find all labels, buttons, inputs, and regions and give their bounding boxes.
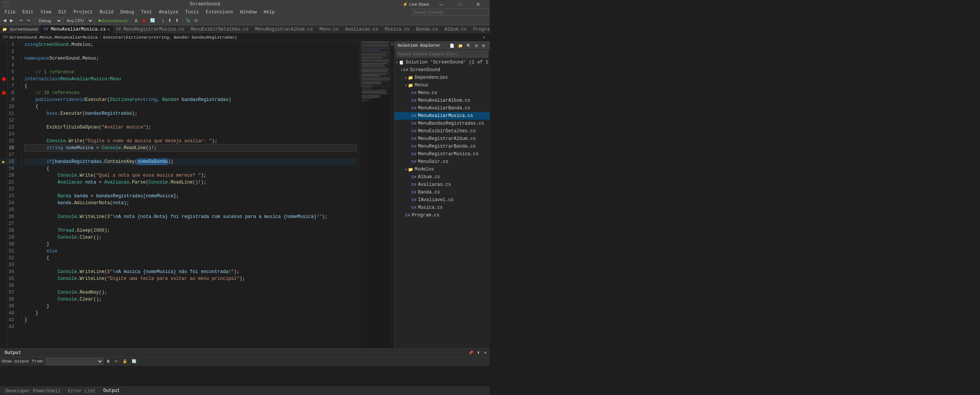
window-controls[interactable]: ⚡ Live Share — □ ✕ <box>400 0 487 8</box>
close-button[interactable]: ✕ <box>469 0 487 8</box>
tree-solution[interactable]: ▼ 📋 Solution 'ScreenSound' (1 of 1 proje… <box>395 59 490 66</box>
tree-musica-cs[interactable]: C# Musica.cs <box>395 204 490 211</box>
tree-menus-folder[interactable]: ▼ 📁 Menus <box>395 81 490 89</box>
output-lock-scroll[interactable]: 🔒 <box>121 358 129 365</box>
attach-button[interactable]: 📎 <box>184 17 192 24</box>
se-collapse-all[interactable]: ⊟ <box>473 42 479 49</box>
output-close[interactable]: ✕ <box>482 349 488 356</box>
menu-analyze[interactable]: Analyze <box>156 9 181 16</box>
se-search-input[interactable] <box>396 50 488 57</box>
ln-40: 40 <box>8 310 17 317</box>
tree-album-cs[interactable]: C# Album.cs <box>395 173 490 181</box>
tab-error-list[interactable]: Error List <box>64 387 99 395</box>
menu-window[interactable]: Window <box>237 9 260 16</box>
menu-test[interactable]: Test <box>138 9 155 16</box>
gutter-breakpoint-6[interactable] <box>0 76 7 83</box>
tree-menuexibirdetalhes[interactable]: C# MenuExibirDetalhes.cs <box>395 127 490 135</box>
menu-build[interactable]: Build <box>96 9 116 16</box>
debug-config-select[interactable]: Debug Release <box>35 17 62 24</box>
forward-button[interactable]: ▶ <box>8 17 15 24</box>
maximize-button[interactable]: □ <box>451 0 468 8</box>
se-filter[interactable]: 🔍 <box>465 42 473 49</box>
tree-menusair[interactable]: C# MenuSair.cs <box>395 158 490 166</box>
output-source-select[interactable] <box>46 358 103 365</box>
tab-menuregistrarmusica[interactable]: C# MenuRegistrarMusica.cs <box>113 25 188 33</box>
search-input[interactable] <box>412 9 488 16</box>
start-button[interactable]: ▶ ScreenSound <box>97 17 129 24</box>
tab-avaliacao[interactable]: Avaliacao.cs <box>342 25 382 33</box>
tab-output[interactable]: Output <box>99 387 124 395</box>
tab-menuexibirdetalhes[interactable]: MenuExibirDetalhes.cs <box>188 25 252 33</box>
tree-menuregistraralbum[interactable]: C# MenuRegistrarAlbum.cs <box>395 135 490 143</box>
back-button[interactable]: ◀ <box>2 17 8 24</box>
code-line-15: Console.Write("Digite o nome da musica q… <box>24 138 357 145</box>
menu-edit[interactable]: Edit <box>20 9 37 16</box>
tree-menuregistrarbanda[interactable]: C# MenuRegistrarBanda.cs <box>395 143 490 150</box>
output-refresh[interactable]: 🔄 <box>130 358 138 365</box>
tab-banda[interactable]: Banda.cs <box>413 25 442 33</box>
tree-banda-cs[interactable]: C# Banda.cs <box>395 189 490 196</box>
menuavaliaralbum-label: MenuAvaliarAlbum.cs <box>418 98 470 103</box>
code-line-39: } <box>24 303 357 310</box>
banda-label: Banda.cs <box>418 190 440 195</box>
breadcrumb-expand[interactable]: + <box>481 34 487 41</box>
menu-project[interactable]: Project <box>70 9 96 16</box>
tab-menuregistraralbum[interactable]: MenuRegistrarAlbum.cs <box>252 25 316 33</box>
menu-git[interactable]: Git <box>55 9 70 16</box>
tree-project[interactable]: ▼ C# ScreenSound <box>395 66 490 74</box>
code-editor[interactable]: using ScreenSound.Modelos; namespace Scr… <box>21 41 360 348</box>
gutter-breakpoint-8[interactable] <box>0 89 7 96</box>
step-over-button[interactable]: ⤵ <box>160 17 166 24</box>
restart-button[interactable]: 🔄 <box>148 17 157 24</box>
menu-view[interactable]: View <box>38 9 55 16</box>
tree-menuavaliarbanda[interactable]: C# MenuAvaliarBanda.cs <box>395 104 490 112</box>
step-into-button[interactable]: ⬇ <box>166 17 173 24</box>
se-settings[interactable]: ⚙ <box>480 42 487 49</box>
menu-tools[interactable]: Tools <box>182 9 202 16</box>
tree-menuavaliarmusica[interactable]: C# MenuAvaliarMusica.cs <box>395 112 490 120</box>
tree-avaliacao-cs[interactable]: C# Avaliacao.cs <box>395 181 490 189</box>
code-line-11: base.Executar(bandasRegistradas); <box>24 110 357 117</box>
output-pin[interactable]: 📌 <box>467 349 475 356</box>
breadcrumb-method[interactable]: Executar(Dictionary<string, Banda> banda… <box>103 35 237 40</box>
tab-album[interactable]: Album.cs <box>442 25 470 33</box>
vertical-scrollbar[interactable] <box>390 41 394 348</box>
live-share-button[interactable]: ⚡ Live Share <box>400 0 432 8</box>
minimize-button[interactable]: — <box>432 0 450 8</box>
redo-button[interactable]: ↪ <box>25 17 32 24</box>
output-clear[interactable]: 🗑 <box>105 358 112 365</box>
code-line-3: namespace ScreenSound.Menus; <box>24 55 357 62</box>
menu-file[interactable]: File <box>2 9 19 16</box>
tab-screenSound[interactable]: 📁 ScreenSound <box>0 25 41 33</box>
tab-menuavaliarmusica[interactable]: C# MenuAvaliarMusica.cs ✕ <box>41 25 113 33</box>
tree-menuregistrarmusica[interactable]: C# MenuRegistrarMusica.cs <box>395 150 490 158</box>
tree-menu-cs[interactable]: C# Menu.cs <box>395 89 490 97</box>
tab-musica[interactable]: Musica.cs <box>382 25 413 33</box>
tab-menu[interactable]: Menu.cs <box>316 25 342 33</box>
se-add-file[interactable]: 📄 <box>448 42 456 49</box>
breakpoints-button[interactable]: ⊙ <box>193 17 199 24</box>
tree-menuavaliaralbum[interactable]: C# MenuAvaliarAlbum.cs <box>395 97 490 104</box>
ln-27: 27 <box>8 220 17 227</box>
menu-debug[interactable]: Debug <box>117 9 137 16</box>
stop-button[interactable]: ⏹ <box>140 17 148 24</box>
tree-modelos-folder[interactable]: ▼ 📁 Modelos <box>395 166 490 173</box>
tree-menubandasregistradas[interactable]: C# MenuBandasRegistradas.cs <box>395 120 490 127</box>
tab-program[interactable]: Program.cs <box>470 25 490 33</box>
breadcrumb-namespace[interactable]: ScreenSound.Menus.MenuAvaliarMusica <box>9 35 98 40</box>
tree-dependencies[interactable]: ▶ 📁 Dependencies <box>395 74 490 81</box>
platform-select[interactable]: Any CPU <box>63 17 94 24</box>
tab-developer-powershell[interactable]: Developer PowerShell <box>2 387 64 395</box>
menu-extensions[interactable]: Extensions <box>203 9 236 16</box>
output-toggle-word-wrap[interactable]: ↩ <box>113 358 119 365</box>
tree-program-cs[interactable]: C# Program.cs <box>395 211 490 219</box>
se-add-folder[interactable]: 📁 <box>457 42 464 49</box>
output-float[interactable]: ⬆ <box>475 349 481 356</box>
pause-button[interactable]: ⏸ <box>132 17 140 24</box>
step-out-button[interactable]: ⬆ <box>174 17 180 24</box>
tab-close-0[interactable]: ✕ <box>108 27 110 32</box>
menu-help[interactable]: Help <box>261 9 278 16</box>
tree-iavaliavel-cs[interactable]: C# IAvaliavel.cs <box>395 196 490 204</box>
ln-3: 3 <box>8 55 17 62</box>
undo-button[interactable]: ↩ <box>18 17 24 24</box>
